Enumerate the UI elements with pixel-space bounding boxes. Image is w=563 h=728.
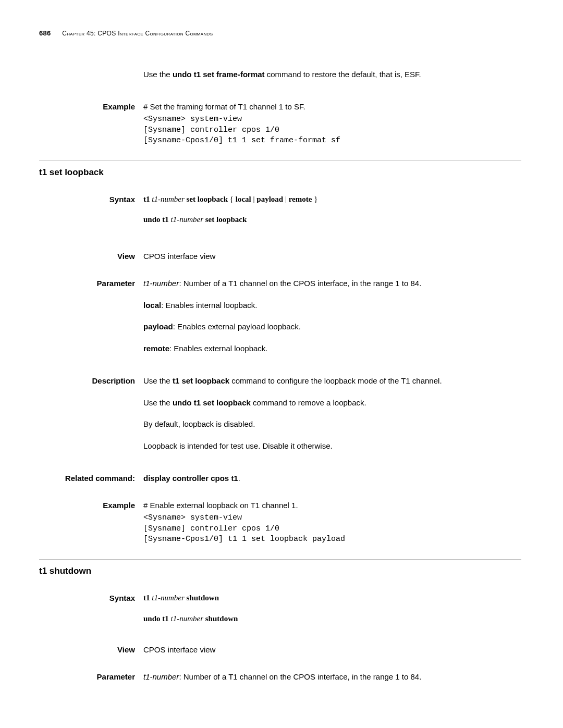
related-content: display controller cpos t1. <box>143 473 521 484</box>
param-text: : Number of a T1 channel on the CPOS int… <box>179 672 421 681</box>
label-parameter: Parameter <box>39 278 143 365</box>
text: Use the <box>143 398 173 407</box>
syntax-content: t1 t1-number shutdown undo t1 t1-number … <box>143 593 521 634</box>
text: { <box>228 195 236 203</box>
desc-line: Loopback is intended for test use. Disab… <box>143 440 521 452</box>
section-title: t1 set loopback <box>39 166 521 179</box>
param-text: : Enables external payload loopback. <box>173 322 301 331</box>
param-text: : Number of a T1 channel on the CPOS int… <box>179 279 421 288</box>
kw: t1 <box>143 195 150 203</box>
description-content: Use the t1 set loopback command to confi… <box>143 375 521 462</box>
kw: remote <box>289 195 312 203</box>
section-divider <box>39 161 521 161</box>
text: command to remove a loopback. <box>251 398 366 407</box>
param-text: : Enables external loopback. <box>169 344 267 353</box>
param-key: payload <box>143 322 173 331</box>
related-row: Related command: display controller cpos… <box>39 473 521 484</box>
page-header: 686 Chapter 45: CPOS Interface Configura… <box>39 29 521 39</box>
text: command to restore the default, that is,… <box>265 70 421 79</box>
example-code: <Sysname> system-view [Sysname] controll… <box>143 513 521 545</box>
label-syntax: Syntax <box>39 593 143 634</box>
view-content: CPOS interface view <box>143 644 521 656</box>
desc-line: By default, loopback is disabled. <box>143 418 521 430</box>
label-view: View <box>39 251 143 262</box>
desc-line: Use the undo t1 set loopback command to … <box>143 397 521 409</box>
param-line: payload: Enables external payload loopba… <box>143 321 521 332</box>
text: . <box>238 474 240 483</box>
kw: undo t1 <box>143 614 169 623</box>
text: command to configure the loopback mode o… <box>229 376 442 385</box>
desc-line: Use the t1 set loopback command to confi… <box>143 375 521 387</box>
arg: t1-number <box>150 594 187 602</box>
view-row: View CPOS interface view <box>39 251 521 262</box>
kw: set loopback <box>205 215 247 224</box>
section-title: t1 shutdown <box>39 565 521 578</box>
param-line: remote: Enables external loopback. <box>143 343 521 354</box>
kw: shutdown <box>205 614 238 623</box>
text: Use the <box>143 70 173 79</box>
label-example: Example <box>39 500 143 545</box>
param-key: t1-number <box>143 672 179 681</box>
parameter-content: t1-number: Number of a T1 channel on the… <box>143 671 521 683</box>
cmd-name: undo t1 set loopback <box>173 398 251 407</box>
syntax-line: undo t1 t1-number shutdown <box>143 613 521 625</box>
syntax-line: undo t1 t1-number set loopback <box>143 214 521 226</box>
view-content: CPOS interface view <box>143 251 521 262</box>
description-row: Description Use the t1 set loopback comm… <box>39 375 521 462</box>
example-desc: # Set the framing format of T1 channel 1… <box>143 101 521 113</box>
example-code: <Sysname> system-view [Sysname] controll… <box>143 114 521 146</box>
label-parameter: Parameter <box>39 671 143 683</box>
arg: t1-number <box>169 614 205 623</box>
example-row: Example # Set the framing format of T1 c… <box>39 101 521 146</box>
related-cmd: display controller cpos t1 <box>143 474 238 483</box>
param-key: local <box>143 301 161 310</box>
text: Use the <box>143 376 173 385</box>
param-line: local: Enables internal loopback. <box>143 300 521 311</box>
syntax-content: t1 t1-number set loopback { local | payl… <box>143 194 521 236</box>
intro-row: Use the undo t1 set frame-format command… <box>39 69 521 91</box>
syntax-line: t1 t1-number set loopback { local | payl… <box>143 194 521 205</box>
page-number: 686 <box>39 29 51 37</box>
empty-label <box>39 69 143 91</box>
view-row: View CPOS interface view <box>39 644 521 656</box>
param-key: t1-number <box>143 279 179 288</box>
label-related: Related command: <box>39 473 143 484</box>
label-description: Description <box>39 375 143 462</box>
syntax-row: Syntax t1 t1-number set loopback { local… <box>39 194 521 236</box>
chapter-title: Chapter 45: CPOS Interface Configuration… <box>62 30 213 37</box>
syntax-row: Syntax t1 t1-number shutdown undo t1 t1-… <box>39 593 521 634</box>
syntax-line: t1 t1-number shutdown <box>143 593 521 604</box>
kw: set loopback <box>187 195 228 203</box>
section-divider <box>39 559 521 560</box>
label-syntax: Syntax <box>39 194 143 236</box>
text: | <box>283 195 289 203</box>
kw: t1 <box>143 594 150 602</box>
parameter-content: t1-number: Number of a T1 channel on the… <box>143 278 521 365</box>
label-example: Example <box>39 101 143 146</box>
cmd-name: undo t1 set frame-format <box>173 70 265 79</box>
cmd-name: t1 set loopback <box>173 376 229 385</box>
param-text: : Enables internal loopback. <box>161 301 257 310</box>
text: | <box>251 195 257 203</box>
example-content: # Enable external loopback on T1 channel… <box>143 500 521 545</box>
example-row: Example # Enable external loopback on T1… <box>39 500 521 545</box>
example-desc: # Enable external loopback on T1 channel… <box>143 500 521 511</box>
example-content: # Set the framing format of T1 channel 1… <box>143 101 521 146</box>
arg: t1-number <box>169 215 205 224</box>
param-line: t1-number: Number of a T1 channel on the… <box>143 278 521 289</box>
parameter-row: Parameter t1-number: Number of a T1 chan… <box>39 671 521 683</box>
param-key: remote <box>143 344 169 353</box>
text: } <box>312 195 317 203</box>
arg: t1-number <box>150 195 187 203</box>
kw: payload <box>256 195 283 203</box>
kw: local <box>236 195 251 203</box>
parameter-row: Parameter t1-number: Number of a T1 chan… <box>39 278 521 365</box>
kw: undo t1 <box>143 215 169 224</box>
page: 686 Chapter 45: CPOS Interface Configura… <box>0 0 563 728</box>
label-view: View <box>39 644 143 656</box>
kw: shutdown <box>187 594 219 602</box>
intro-text: Use the undo t1 set frame-format command… <box>143 69 521 80</box>
